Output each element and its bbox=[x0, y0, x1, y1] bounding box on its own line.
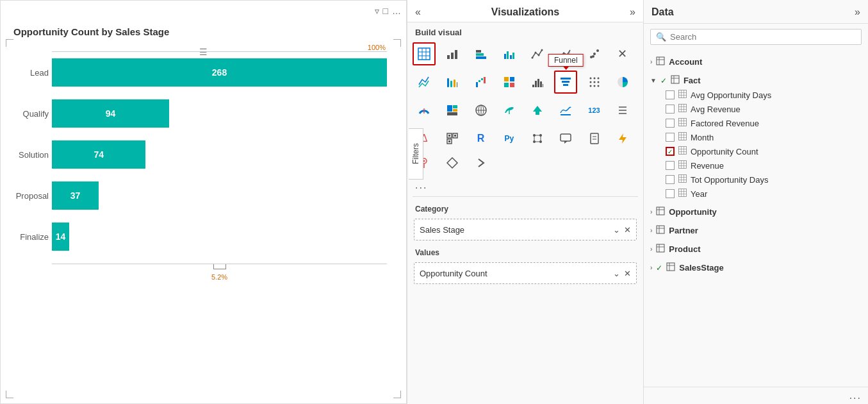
viz-icon-line[interactable] bbox=[526, 42, 549, 65]
data-group-header[interactable]: ›✓SalesStage bbox=[650, 260, 862, 275]
data-group-opportunity: ›Opportunity bbox=[644, 203, 868, 221]
viz-icon-scatter[interactable] bbox=[583, 42, 606, 65]
item-checkbox[interactable]: ✓ bbox=[666, 147, 675, 156]
viz-icon-list[interactable] bbox=[611, 99, 634, 122]
item-checkbox[interactable] bbox=[666, 161, 675, 170]
svg-rect-5 bbox=[447, 55, 450, 59]
svg-point-21 bbox=[593, 53, 596, 55]
viz-icon-abc[interactable]: 123 bbox=[583, 99, 606, 122]
data-item[interactable]: Avg Opportunity Days bbox=[650, 88, 862, 102]
data-item[interactable]: ✓Opportunity Count bbox=[650, 144, 862, 158]
item-checkbox[interactable] bbox=[666, 105, 675, 114]
svg-rect-123 bbox=[679, 161, 687, 169]
viz-expand-right[interactable]: » bbox=[630, 6, 635, 18]
data-group-header[interactable]: ▼✓Fact bbox=[650, 73, 862, 88]
filter-icon[interactable]: ▿ bbox=[375, 6, 379, 16]
viz-icon-qr[interactable] bbox=[441, 127, 464, 150]
viz-expand-left[interactable]: « bbox=[415, 6, 421, 18]
item-checkbox[interactable] bbox=[666, 90, 675, 99]
viz-values-value: Opportunity Count bbox=[420, 269, 487, 278]
data-group-header[interactable]: ›Opportunity bbox=[650, 205, 862, 219]
viz-icon-dots-pattern[interactable] bbox=[583, 71, 606, 94]
bar-track[interactable]: 94 bbox=[52, 99, 387, 128]
viz-icon-funnel[interactable]: Funnel bbox=[554, 71, 577, 94]
search-input[interactable] bbox=[670, 32, 856, 42]
svg-rect-39 bbox=[540, 81, 542, 87]
data-group-header[interactable]: ›Partner bbox=[650, 223, 862, 238]
viz-icon-x[interactable]: ✕ bbox=[611, 42, 634, 65]
expand-icon: › bbox=[650, 208, 652, 215]
bar-track[interactable]: 14 bbox=[52, 223, 387, 251]
item-checkbox[interactable] bbox=[666, 189, 675, 198]
viz-icon-arrow-right[interactable] bbox=[470, 151, 493, 174]
viz-divider bbox=[413, 196, 638, 197]
viz-icon-colorful[interactable] bbox=[498, 71, 521, 94]
item-checkbox[interactable] bbox=[666, 133, 675, 142]
expand-icon: › bbox=[650, 58, 652, 65]
viz-icon-chat[interactable] bbox=[554, 127, 577, 150]
viz-icon-hist[interactable] bbox=[526, 71, 549, 94]
viz-icon-bird[interactable] bbox=[498, 99, 521, 122]
data-expand-right[interactable]: » bbox=[855, 6, 860, 18]
viz-icon-bar[interactable] bbox=[441, 42, 464, 65]
viz-icon-arrow-up[interactable] bbox=[526, 99, 549, 122]
viz-icons-row3: 123 bbox=[407, 96, 643, 124]
data-item[interactable]: Year bbox=[650, 187, 862, 201]
viz-icon-stacked-bar[interactable] bbox=[470, 42, 493, 65]
viz-icon-connect-dots[interactable] bbox=[526, 127, 549, 150]
data-item[interactable]: Factored Revenue bbox=[650, 116, 862, 130]
viz-icon-gauge[interactable] bbox=[413, 99, 436, 122]
viz-icon-map[interactable] bbox=[470, 99, 493, 122]
values-remove-icon[interactable]: ✕ bbox=[624, 269, 631, 278]
group-checkmark-icon: ✓ bbox=[656, 264, 662, 273]
bar-track[interactable]: 268 bbox=[52, 58, 387, 87]
svg-point-49 bbox=[597, 81, 599, 83]
viz-icon-lightning[interactable] bbox=[611, 127, 634, 150]
viz-values-field[interactable]: Opportunity Count ⌄ ✕ bbox=[414, 262, 637, 284]
viz-icon-treemap[interactable] bbox=[441, 99, 464, 122]
viz-more-dots[interactable]: ... bbox=[407, 177, 643, 194]
more-options-icon[interactable]: … bbox=[392, 6, 401, 16]
item-checkbox[interactable] bbox=[666, 175, 675, 184]
values-chevron-icon[interactable]: ⌄ bbox=[613, 269, 620, 278]
corner-tr bbox=[393, 39, 401, 47]
data-item[interactable]: Revenue bbox=[650, 158, 862, 173]
data-search-box[interactable]: 🔍 bbox=[650, 29, 862, 45]
filters-tab[interactable]: Filters bbox=[409, 128, 423, 180]
viz-icon-wave[interactable] bbox=[554, 99, 577, 122]
chevron-down-icon[interactable]: ⌄ bbox=[613, 225, 620, 235]
viz-icon-ribbon[interactable] bbox=[441, 71, 464, 94]
data-item[interactable]: Month bbox=[650, 130, 862, 144]
svg-rect-92 bbox=[657, 57, 664, 65]
viz-icon-multiline[interactable] bbox=[413, 71, 436, 94]
viz-icon-r-letter[interactable]: R bbox=[470, 127, 493, 150]
viz-icon-waterfall[interactable] bbox=[470, 71, 493, 94]
svg-rect-6 bbox=[451, 53, 454, 59]
data-item[interactable]: Avg Revenue bbox=[650, 102, 862, 116]
item-label: Avg Opportunity Days bbox=[691, 90, 771, 100]
viz-icon-diamond[interactable] bbox=[441, 151, 464, 174]
item-label: Avg Revenue bbox=[691, 105, 741, 114]
svg-rect-41 bbox=[561, 78, 571, 80]
item-checkbox[interactable] bbox=[666, 119, 675, 128]
more-options-icon[interactable]: ... bbox=[849, 390, 862, 401]
data-group-header[interactable]: ›Product bbox=[650, 242, 862, 257]
expand-icon[interactable]: □ bbox=[383, 6, 388, 16]
remove-field-icon[interactable]: ✕ bbox=[624, 225, 631, 235]
data-group-header[interactable]: ›Account bbox=[650, 55, 862, 69]
svg-rect-82 bbox=[561, 134, 571, 141]
viz-icon-pie[interactable] bbox=[611, 71, 634, 94]
viz-icon-py-letter[interactable]: Py bbox=[498, 127, 521, 150]
bar-track[interactable]: 74 bbox=[52, 140, 387, 169]
table-icon bbox=[656, 244, 665, 255]
chart-bottom-label: 5.2% bbox=[211, 273, 227, 281]
bar-track[interactable]: 37 bbox=[52, 181, 387, 210]
viz-icon-clustered-bar[interactable] bbox=[498, 42, 521, 65]
svg-rect-55 bbox=[447, 105, 452, 112]
viz-icon-table[interactable] bbox=[413, 42, 436, 65]
svg-point-47 bbox=[589, 81, 591, 83]
data-item[interactable]: Tot Opportunity Days bbox=[650, 173, 862, 187]
viz-icon-pages[interactable] bbox=[583, 127, 606, 150]
viz-category-field[interactable]: Sales Stage ⌄ ✕ bbox=[414, 219, 637, 240]
svg-rect-95 bbox=[671, 76, 679, 83]
